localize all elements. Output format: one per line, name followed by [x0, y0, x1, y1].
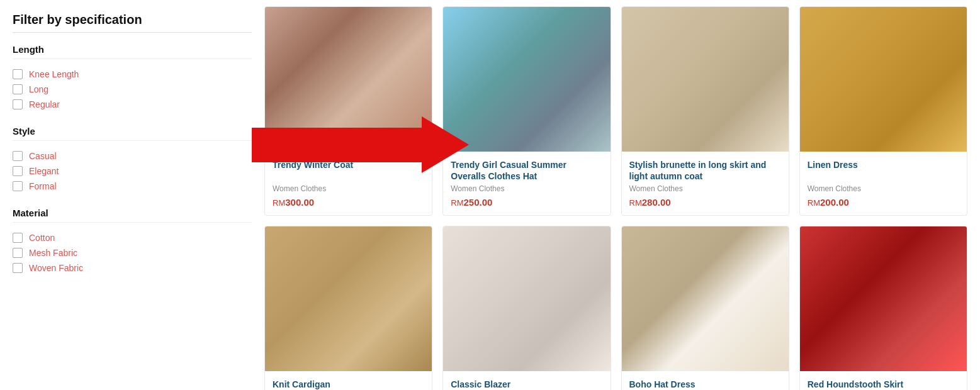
page-wrapper: Filter by specification Length Knee Leng…: [0, 0, 980, 390]
arrow-body: [252, 128, 422, 162]
product-info-6: Classic Blazer Women Clothes RM320.00: [443, 371, 610, 390]
filter-label-formal: Formal: [29, 181, 57, 191]
filter-option-mesh-fabric[interactable]: Mesh Fabric: [13, 248, 252, 258]
product-image-7: [622, 226, 789, 371]
filter-label-mesh-fabric: Mesh Fabric: [29, 248, 77, 258]
product-image-5: [265, 226, 432, 371]
product-card-4[interactable]: Linen Dress Women Clothes RM200.00: [799, 6, 967, 216]
checkbox-woven-fabric[interactable]: [13, 263, 23, 273]
product-card-3[interactable]: Stylish brunette in long skirt and light…: [621, 6, 789, 216]
filter-section-title-style: Style: [13, 126, 252, 141]
price-value-4: 200.00: [820, 197, 849, 208]
checkbox-formal[interactable]: [13, 181, 23, 191]
filter-options-material: Cotton Mesh Fabric Woven Fabric: [13, 229, 252, 277]
product-info-5: Knit Cardigan Women Clothes RM180.00: [265, 371, 432, 390]
price-value-2: 250.00: [463, 197, 492, 208]
product-image-placeholder-6: [443, 226, 610, 371]
product-name-3: Stylish brunette in long skirt and light…: [629, 159, 781, 182]
product-price-1: RM300.00: [273, 197, 424, 208]
checkbox-regular[interactable]: [13, 99, 23, 109]
filter-label-cotton: Cotton: [29, 233, 55, 243]
filter-option-cotton[interactable]: Cotton: [13, 233, 252, 243]
product-category-3: Women Clothes: [629, 184, 781, 193]
product-area: Trendy Winter Coat Women Clothes RM300.0…: [264, 6, 967, 390]
filter-option-elegant[interactable]: Elegant: [13, 166, 252, 176]
checkbox-long[interactable]: [13, 84, 23, 94]
filter-option-casual[interactable]: Casual: [13, 151, 252, 161]
product-grid: Trendy Winter Coat Women Clothes RM300.0…: [264, 6, 967, 390]
product-image-4: [800, 7, 967, 152]
product-card-1[interactable]: Trendy Winter Coat Women Clothes RM300.0…: [264, 6, 432, 216]
product-name-6: Classic Blazer: [451, 379, 602, 390]
filter-label-regular: Regular: [29, 99, 60, 109]
product-card-7[interactable]: Boho Hat Dress Women Clothes RM220.00: [621, 226, 789, 390]
product-image-placeholder-5: [265, 226, 432, 371]
filter-option-knee-length[interactable]: Knee Length: [13, 69, 252, 79]
filter-options-length: Knee Length Long Regular: [13, 65, 252, 113]
filter-label-casual: Casual: [29, 151, 57, 161]
currency-1: RM: [273, 198, 285, 208]
filter-option-long[interactable]: Long: [13, 84, 252, 94]
price-value-3: 280.00: [642, 197, 671, 208]
checkbox-casual[interactable]: [13, 151, 23, 161]
product-category-1: Women Clothes: [273, 184, 424, 193]
filter-label-long: Long: [29, 84, 48, 94]
product-card-2[interactable]: Trendy Girl Casual Summer Overalls Cloth…: [442, 6, 611, 216]
filter-section-material: Material Cotton Mesh Fabric Woven Fabric: [13, 208, 252, 277]
filter-section-title-length: Length: [13, 44, 252, 59]
product-image-8: [800, 226, 967, 371]
filter-label-elegant: Elegant: [29, 166, 59, 176]
product-image-3: [622, 7, 789, 152]
filter-section-title-material: Material: [13, 208, 252, 223]
arrow-head: [422, 116, 469, 173]
product-info-8: Red Houndstooth Skirt Women Clothes RM19…: [800, 371, 967, 390]
product-info-7: Boho Hat Dress Women Clothes RM220.00: [622, 371, 789, 390]
product-card-5[interactable]: Knit Cardigan Women Clothes RM180.00: [264, 226, 432, 390]
currency-3: RM: [629, 198, 642, 208]
checkbox-mesh-fabric[interactable]: [13, 248, 23, 258]
checkbox-cotton[interactable]: [13, 233, 23, 243]
product-name-8: Red Houndstooth Skirt: [808, 379, 959, 390]
product-category-2: Women Clothes: [451, 184, 602, 193]
filter-options-style: Casual Elegant Formal: [13, 147, 252, 195]
product-info-4: Linen Dress Women Clothes RM200.00: [800, 152, 967, 215]
product-name-2: Trendy Girl Casual Summer Overalls Cloth…: [451, 159, 602, 182]
filter-option-regular[interactable]: Regular: [13, 99, 252, 109]
sidebar: Filter by specification Length Knee Leng…: [13, 6, 252, 390]
product-info-3: Stylish brunette in long skirt and light…: [622, 152, 789, 215]
filter-option-woven-fabric[interactable]: Woven Fabric: [13, 263, 252, 273]
product-image-6: [443, 226, 610, 371]
product-image-placeholder-4: [800, 7, 967, 152]
checkbox-knee-length[interactable]: [13, 69, 23, 79]
product-price-3: RM280.00: [629, 197, 781, 208]
product-card-6[interactable]: Classic Blazer Women Clothes RM320.00: [442, 226, 611, 390]
product-name-5: Knit Cardigan: [273, 379, 424, 390]
price-value-1: 300.00: [285, 197, 314, 208]
product-price-2: RM250.00: [451, 197, 602, 208]
filter-label-knee-length: Knee Length: [29, 69, 79, 79]
currency-2: RM: [451, 198, 463, 208]
filter-title: Filter by specification: [13, 13, 252, 33]
product-card-8[interactable]: Red Houndstooth Skirt Women Clothes RM19…: [799, 226, 967, 390]
product-name-4: Linen Dress: [808, 159, 959, 182]
checkbox-elegant[interactable]: [13, 166, 23, 176]
product-price-4: RM200.00: [808, 197, 959, 208]
filter-label-woven-fabric: Woven Fabric: [29, 263, 83, 273]
filter-option-formal[interactable]: Formal: [13, 181, 252, 191]
product-image-placeholder-7: [622, 226, 789, 371]
product-image-placeholder-8: [800, 226, 967, 371]
red-arrow-annotation: [252, 116, 469, 173]
product-image-placeholder-3: [622, 7, 789, 152]
currency-4: RM: [808, 198, 820, 208]
filter-section-style: Style Casual Elegant Formal: [13, 126, 252, 195]
product-name-7: Boho Hat Dress: [629, 379, 781, 390]
arrow-shape: [252, 116, 469, 173]
product-category-4: Women Clothes: [808, 184, 959, 193]
filter-section-length: Length Knee Length Long Regular: [13, 44, 252, 113]
